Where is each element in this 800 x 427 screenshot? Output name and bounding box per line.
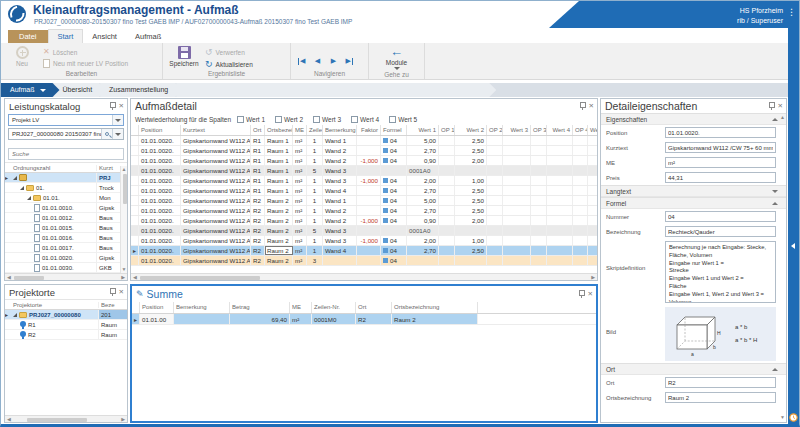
column-header[interactable]: Ort — [356, 302, 392, 313]
tab-ansicht[interactable]: Ansicht — [83, 30, 126, 43]
column-header[interactable]: Ortsbezeichnung — [392, 302, 478, 313]
column-header[interactable]: Wert 3 — [503, 125, 531, 135]
wert-checkbox[interactable]: Wert 2 — [275, 116, 303, 123]
table-row[interactable]: 01.01.0020. Gipskartonwand W112 A R1 Rau… — [131, 166, 597, 176]
cell-ortsbezeichnung[interactable]: Raum 2 — [265, 236, 293, 245]
cell-ortsbezeichnung[interactable]: Raum 2 — [265, 206, 293, 215]
column-header[interactable]: Wert 4 — [547, 125, 573, 135]
tree-row[interactable]: R1 Raum — [5, 320, 127, 330]
column-header[interactable]: OP 3 — [531, 125, 547, 135]
position-field[interactable] — [665, 127, 776, 138]
cell-ortsbezeichnung[interactable]: Raum 1 — [265, 156, 293, 165]
ort-field[interactable] — [665, 377, 776, 388]
next-record-button[interactable]: ▶ — [327, 55, 340, 68]
pin-icon[interactable] — [109, 288, 116, 296]
close-icon[interactable]: ✕ — [778, 103, 783, 110]
horizontal-scrollbar[interactable]: ◀ ▶ — [5, 273, 127, 280]
view-tab-uebersicht[interactable]: Übersicht — [54, 83, 107, 97]
cell-ortsbezeichnung[interactable]: Raum 1 — [265, 146, 293, 155]
column-header[interactable]: OP 2 — [487, 125, 503, 135]
section-formel[interactable]: Formel — [601, 197, 786, 209]
tree-row[interactable]: R2 Raum — [5, 330, 127, 340]
view-tab-aufmass[interactable]: Aufmaß — [1, 83, 60, 97]
search-lv-button[interactable] — [101, 129, 112, 139]
vertical-scrollbar[interactable]: ▲ ▼ — [779, 114, 786, 421]
column-header[interactable]: Zeilen-Nr. — [312, 302, 356, 313]
cell-ortsbezeichnung[interactable]: Raum 1 — [265, 186, 293, 195]
cell-ortsbezeichnung[interactable]: Raum 2 — [265, 246, 293, 255]
pin-icon[interactable] — [109, 102, 116, 110]
dropdown-button[interactable] — [112, 129, 123, 139]
clock-icon[interactable] — [789, 413, 798, 422]
cell-ortsbezeichnung[interactable]: Raum 1 — [265, 136, 293, 145]
cell-ortsbezeichnung[interactable]: Raum 2 — [265, 216, 293, 225]
cell-ortsbezeichnung[interactable]: Raum 2 — [265, 256, 293, 265]
tree-row[interactable]: 01.01.0030. GKB — [5, 263, 127, 273]
tab-datei[interactable]: Datei — [8, 30, 48, 43]
neu-lv-position-button[interactable]: Neu mit neuer LV Position — [43, 59, 128, 68]
table-row[interactable]: 01.01.0020. Gipskartonwand W112 A R2 Rau… — [131, 216, 597, 226]
tree-row[interactable]: PRJ027_00000080 201 — [5, 310, 127, 320]
ortsbezeichnung-field[interactable] — [665, 392, 776, 403]
tree-row[interactable]: 01.01.0015. Baus — [5, 223, 127, 233]
tab-start[interactable]: Start — [48, 29, 84, 43]
column-header[interactable]: Wert 1 — [407, 125, 439, 135]
wert-checkbox[interactable]: Wert 1 — [237, 116, 265, 123]
expander-icon[interactable] — [13, 313, 17, 317]
dropdown-button[interactable] — [112, 115, 123, 125]
column-header[interactable]: Bemerkung — [323, 125, 357, 135]
table-row[interactable]: 01.01.0020. Gipskartonwand W112 A R1 Rau… — [131, 146, 597, 156]
table-row[interactable]: 01.01.0020. Gipskartonwand W112 A R2 Rau… — [131, 256, 597, 266]
tree-row[interactable]: 01.01.0020. Gipsk — [5, 253, 127, 263]
table-row[interactable]: 01.01.0020. Gipskartonwand W112 A R1 Rau… — [131, 186, 597, 196]
column-header[interactable]: Wert 2 — [455, 125, 487, 135]
column-header[interactable]: Formel — [381, 125, 407, 135]
preis-field[interactable] — [665, 172, 776, 183]
column-header[interactable]: Betrag — [230, 302, 290, 313]
view-tab-zusammenstellung[interactable]: Zusammenstellung — [100, 83, 182, 97]
table-row[interactable]: 01.01.00 69,40 m² 0001M0 R2 Raum 2 — [132, 314, 596, 325]
neu-button[interactable]: Neu — [5, 44, 39, 67]
column-header[interactable]: Position — [140, 302, 174, 313]
horizontal-scrollbar[interactable]: ◀ ▶ — [5, 415, 127, 422]
lv-select[interactable]: PRJ027_00000080 20150307 fino Te — [8, 128, 124, 140]
bezeichnung-field[interactable] — [665, 226, 776, 237]
column-header[interactable]: ME — [290, 302, 312, 313]
pin-icon[interactable] — [578, 290, 585, 298]
verwerfen-button[interactable]: ↺ Verwerfen — [205, 48, 253, 57]
tab-aufmass[interactable]: Aufmaß — [126, 30, 170, 43]
close-icon[interactable]: ✕ — [119, 289, 124, 296]
column-header-ordnungszahl[interactable]: Ordnungszahl — [11, 165, 97, 171]
loeschen-button[interactable]: ✕ Löschen — [43, 48, 128, 56]
column-header[interactable]: Ort — [251, 125, 265, 135]
expander-icon[interactable] — [13, 176, 17, 180]
column-header[interactable]: Position — [139, 125, 181, 135]
table-row[interactable]: 01.01.0020. Gipskartonwand W112 A R2 Rau… — [131, 236, 597, 246]
lv-type-select[interactable]: Projekt LV — [8, 114, 124, 126]
aktualisieren-button[interactable]: ↻ Aktualisieren — [205, 60, 253, 69]
close-icon[interactable]: ✕ — [589, 103, 594, 110]
table-row[interactable]: 01.01.0020. Gipskartonwand W112 A R1 Rau… — [131, 156, 597, 166]
kurztext-field[interactable] — [665, 142, 776, 153]
column-header[interactable]: ME — [293, 125, 307, 135]
last-record-button[interactable]: ▶ — [343, 55, 356, 68]
wert-checkbox[interactable]: Wert 4 — [351, 116, 379, 123]
column-header[interactable]: Zeile — [307, 125, 323, 135]
pin-icon[interactable] — [579, 102, 586, 110]
column-header[interactable]: Ortsbezei — [265, 125, 293, 135]
cell-ortsbezeichnung[interactable]: Raum 1 — [265, 176, 293, 185]
column-header[interactable]: Faktor — [357, 125, 381, 135]
section-eigenschaften[interactable]: Eigenschaften — [601, 113, 786, 125]
tree-row[interactable]: 01. Trock — [5, 183, 127, 193]
previous-record-button[interactable]: ◀ — [311, 55, 324, 68]
cell-ortsbezeichnung[interactable]: Raum 1 — [265, 166, 293, 175]
table-row[interactable]: 01.01.0020. Gipskartonwand W112 A R1 Rau… — [131, 176, 597, 186]
tree-row[interactable]: PRJ — [5, 173, 127, 183]
vertical-scrollbar[interactable]: ▲ ▼ — [120, 166, 127, 273]
cell-ortsbezeichnung[interactable]: Raum 2 — [265, 226, 293, 235]
column-header-bezeichnung[interactable]: Beze — [99, 302, 127, 308]
close-icon[interactable]: ✕ — [588, 291, 593, 298]
section-langtext[interactable]: Langtext — [601, 185, 786, 197]
column-header[interactable]: Kurztext — [181, 125, 251, 135]
collapsed-panel-strip[interactable] — [788, 28, 799, 424]
